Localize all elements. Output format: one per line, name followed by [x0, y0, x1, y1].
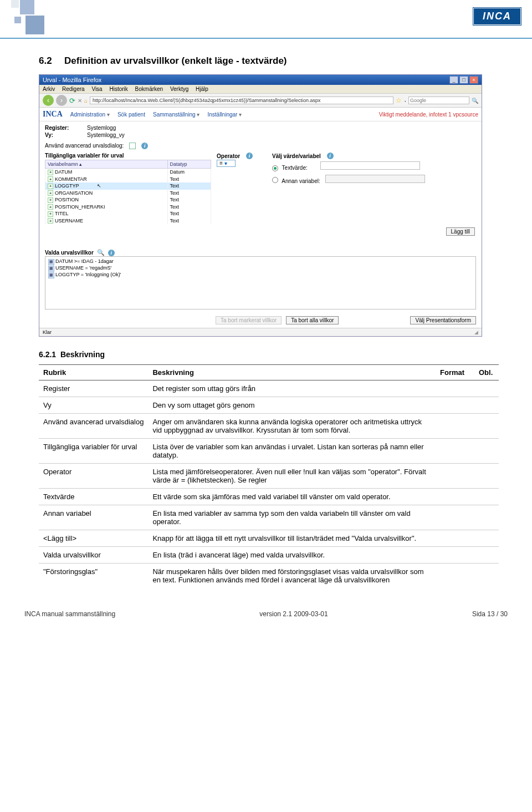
- info-icon[interactable]: i: [141, 143, 148, 149]
- menu-sammanstallning[interactable]: Sammanställning: [153, 111, 200, 118]
- table-row[interactable]: +ORGANISATIONText: [45, 190, 211, 197]
- th-rubrik: Rubrik: [39, 365, 148, 380]
- plus-icon[interactable]: +: [48, 190, 53, 196]
- page-header: INCA: [0, 0, 532, 39]
- table-row[interactable]: +KOMMENTARText: [45, 176, 211, 183]
- table-row[interactable]: +USERNAMEText: [45, 217, 211, 225]
- plus-icon[interactable]: +: [48, 176, 53, 182]
- table-row[interactable]: +TITELText: [45, 210, 211, 217]
- subsection-heading: 6.2.1 Beskrivning: [39, 350, 499, 359]
- menu-historik[interactable]: Historik: [109, 86, 127, 92]
- table-row: "Förstoringsglas"När muspekaren hålls öv…: [39, 564, 499, 588]
- notice-text: Viktigt meddelande, infotext 1 vpcsource: [379, 111, 478, 118]
- plus-icon[interactable]: +: [48, 184, 53, 189]
- col-variabelnamn[interactable]: Variabelnamn ▴: [45, 160, 168, 169]
- item-icon: ▦: [48, 272, 54, 278]
- list-item[interactable]: ▦DATUM >= IDAG - 1dagar: [47, 258, 474, 265]
- subsection-title-text: Beskrivning: [60, 350, 105, 359]
- footer-center: version 2.1 2009-03-01: [259, 610, 328, 618]
- table-row: OperatorLista med jämförelseoperatorer. …: [39, 464, 499, 489]
- app-logo: INCA: [43, 110, 63, 119]
- subsection-number: 6.2.1: [39, 350, 56, 359]
- vy-label: Vy:: [45, 132, 81, 138]
- plus-icon[interactable]: +: [48, 204, 53, 210]
- presentation-button[interactable]: Välj Presentationsform: [410, 316, 476, 324]
- menu-bokmarken[interactable]: Bokmärken: [135, 86, 163, 92]
- search-go-icon[interactable]: 🔍: [472, 98, 478, 104]
- remove-all-button[interactable]: Ta bort alla villkor: [286, 316, 339, 324]
- maximize-icon[interactable]: □: [459, 76, 468, 84]
- plus-icon[interactable]: +: [48, 211, 53, 217]
- table-row[interactable]: +POSITION_HIERARKIText: [45, 204, 211, 211]
- advanced-label: Använd avancerad urvalsdialog:: [45, 143, 124, 149]
- table-row[interactable]: +DATUMDatum: [45, 169, 211, 176]
- info-icon[interactable]: i: [108, 250, 115, 256]
- section-number: 6.2: [39, 55, 64, 67]
- table-row: Tillgängliga variabler för urvalLista öv…: [39, 439, 499, 464]
- menu-administration[interactable]: Administration: [70, 111, 110, 118]
- menu-arkiv[interactable]: Arkiv: [43, 86, 55, 92]
- section-heading: 6.2Definition av urvalsvillkor (enkelt l…: [39, 55, 499, 67]
- resize-grip-icon[interactable]: ◢: [474, 329, 478, 335]
- col-datatyp[interactable]: Datatyp: [167, 160, 211, 169]
- table-row: Annan variabelEn lista med variabler av …: [39, 505, 499, 530]
- advanced-checkbox[interactable]: [129, 143, 136, 149]
- operator-select[interactable]: = ▾: [217, 160, 236, 167]
- inca-logo-badge: INCA: [473, 8, 521, 25]
- app-menu: INCA Administration Sök patient Sammanst…: [39, 108, 482, 121]
- footer-left: INCA manual sammanställning: [24, 610, 115, 618]
- bookmark-icon[interactable]: ☆: [396, 97, 402, 104]
- magnifier-icon[interactable]: 🔍: [97, 249, 105, 256]
- annan-radio[interactable]: [272, 177, 278, 183]
- th-obl: Obl.: [474, 365, 499, 380]
- home-icon[interactable]: ⌂: [84, 98, 88, 104]
- description-table: Rubrik Beskrivning Format Obl. RegisterD…: [39, 364, 499, 588]
- operator-label: Operator: [217, 153, 240, 159]
- plus-icon[interactable]: +: [48, 197, 53, 203]
- annan-select[interactable]: [325, 175, 425, 183]
- valda-urvalsvillkor-label: Valda urvalsvillkor: [45, 250, 94, 256]
- table-row[interactable]: +LOGGTYP ↖Text: [45, 182, 211, 190]
- valda-listbox[interactable]: ▦DATUM >= IDAG - 1dagar ▦USERNAME = 'reg…: [45, 256, 476, 309]
- th-format: Format: [436, 365, 474, 380]
- list-item[interactable]: ▦USERNAME = 'regadmS': [47, 265, 474, 272]
- address-bar[interactable]: http://localhost/Inca/Inca.Web.Client/(S…: [90, 97, 393, 104]
- search-engine-icon[interactable]: ·: [404, 97, 406, 105]
- status-text: Klar: [43, 329, 52, 335]
- item-icon: ▦: [48, 266, 54, 272]
- plus-icon[interactable]: +: [48, 218, 53, 224]
- close-icon[interactable]: ×: [469, 76, 478, 84]
- stop-icon[interactable]: ✕: [78, 98, 82, 104]
- lagg-till-button[interactable]: Lägg till: [446, 227, 475, 236]
- menu-visa[interactable]: Visa: [91, 86, 102, 92]
- menu-verktyg[interactable]: Verktyg: [170, 86, 188, 92]
- menu-sok-patient[interactable]: Sök patient: [117, 111, 145, 118]
- list-item[interactable]: ▦LOGGTYP = 'Inloggning (Ok)': [47, 272, 474, 278]
- table-row[interactable]: +POSITIONText: [45, 196, 211, 204]
- browser-screenshot: Urval - Mozilla Firefox _ □ × Arkiv Redi…: [39, 74, 482, 337]
- search-box[interactable]: [408, 97, 469, 104]
- forward-button[interactable]: ›: [56, 95, 67, 106]
- item-icon: ▦: [48, 259, 54, 265]
- annan-label: Annan variabel:: [282, 178, 320, 184]
- table-row: RegisterDet register som uttag görs ifrå…: [39, 380, 499, 397]
- th-beskrivning: Beskrivning: [148, 365, 436, 380]
- cursor-icon: ↖: [97, 183, 101, 189]
- menu-redigera[interactable]: Redigera: [62, 86, 85, 92]
- remove-selected-button[interactable]: Ta bort markerat villkor: [216, 316, 282, 324]
- browser-menubar: Arkiv Redigera Visa Historik Bokmärken V…: [39, 85, 482, 94]
- variables-header: Tillgängliga variabler för urval: [45, 151, 211, 160]
- textvarde-radio[interactable]: [272, 165, 278, 171]
- browser-navbar: ‹ › ⟳ ✕ ⌂ http://localhost/Inca/Inca.Web…: [39, 94, 482, 108]
- menu-installningar[interactable]: Inställningar: [207, 111, 242, 118]
- info-icon[interactable]: i: [327, 153, 334, 159]
- reload-icon[interactable]: ⟳: [69, 97, 75, 105]
- minimize-icon[interactable]: _: [449, 76, 458, 84]
- plus-icon[interactable]: +: [48, 170, 53, 175]
- browser-statusbar: Klar ◢: [39, 328, 482, 336]
- textvarde-input[interactable]: [320, 161, 420, 170]
- menu-hjalp[interactable]: Hjälp: [196, 86, 208, 92]
- valj-label: Välj värde/variabel: [272, 153, 321, 159]
- info-icon[interactable]: i: [246, 153, 253, 159]
- back-button[interactable]: ‹: [43, 95, 54, 106]
